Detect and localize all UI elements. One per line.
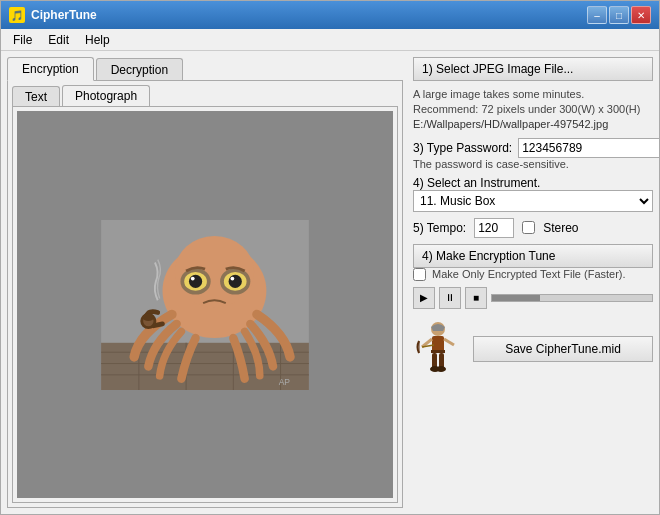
encrypt-only-row: Make Only Encrypted Text File (Faster). [413,268,653,281]
password-row: 3) Type Password: [413,138,653,158]
info-line1: A large image takes some minutes. [413,87,653,102]
svg-point-18 [231,276,235,280]
stereo-label: Stereo [543,221,578,235]
svg-rect-23 [432,336,444,352]
window-controls: – □ ✕ [587,6,651,24]
password-input[interactable] [518,138,659,158]
tab-encryption[interactable]: Encryption [7,57,94,81]
encrypt-only-checkbox[interactable] [413,268,426,281]
menu-help[interactable]: Help [77,31,118,49]
warrior-svg [414,319,462,379]
svg-text:AP: AP [279,377,291,387]
close-button[interactable]: ✕ [631,6,651,24]
right-panel: 1) Select JPEG Image File... A large ima… [403,57,653,508]
inner-tab-photograph[interactable]: Photograph [62,85,150,107]
svg-point-20 [143,313,154,321]
photo-content: AP [12,106,398,503]
playback-controls: ▶ ⏸ ■ [413,287,653,309]
stereo-checkbox[interactable] [522,221,535,234]
svg-point-17 [191,276,195,280]
title-bar-left: 🎵 CipherTune [9,7,97,23]
outer-tab-row: Encryption Decryption [7,57,403,81]
svg-line-28 [444,339,454,345]
make-tune-section: 4) Make Encryption Tune Make Only Encryp… [413,244,653,281]
instrument-select[interactable]: 1. Acoustic Piano 2. Electric Piano 3. O… [413,190,653,212]
svg-rect-24 [431,350,445,353]
window-title: CipherTune [31,8,97,22]
progress-fill [492,295,540,301]
main-content: Encryption Decryption Text Photograph [1,51,659,514]
password-label: 3) Type Password: [413,141,512,155]
tempo-input[interactable] [474,218,514,238]
case-sensitive-text: The password is case-sensitive. [413,158,653,170]
tempo-section: 5) Tempo: Stereo [413,218,653,238]
stop-button[interactable]: ■ [465,287,487,309]
save-button[interactable]: Save CipherTune.mid [473,336,653,362]
left-panel: Encryption Decryption Text Photograph [7,57,403,508]
progress-bar[interactable] [491,294,653,302]
photo-display: AP [17,111,393,498]
maximize-button[interactable]: □ [609,6,629,24]
instrument-section: 4) Select an Instrument. 1. Acoustic Pia… [413,176,653,212]
svg-point-16 [229,274,242,287]
svg-point-15 [189,274,202,287]
inner-tab-row: Text Photograph [12,85,398,107]
warrior-figure [413,319,463,379]
menu-edit[interactable]: Edit [40,31,77,49]
play-button[interactable]: ▶ [413,287,435,309]
tab-decryption[interactable]: Decryption [96,58,183,81]
play-icon: ▶ [420,292,428,303]
select-file-button[interactable]: 1) Select JPEG Image File... [413,57,653,81]
menu-bar: File Edit Help [1,29,659,51]
info-line2: Recommend: 72 pixels under 300(W) x 300(… [413,102,653,117]
minimize-button[interactable]: – [587,6,607,24]
menu-file[interactable]: File [5,31,40,49]
octopus-image: AP [100,220,310,390]
encrypt-only-label: Make Only Encrypted Text File (Faster). [432,268,626,280]
instrument-label: 4) Select an Instrument. [413,176,653,190]
tab-content: Text Photograph [7,80,403,508]
make-tune-button[interactable]: 4) Make Encryption Tune [413,244,653,268]
tempo-label: 5) Tempo: [413,221,466,235]
info-block: A large image takes some minutes. Recomm… [413,87,653,130]
file-path-display: E:/Wallpapers/HD/wallpaper-497542.jpg [413,118,653,130]
inner-tab-text[interactable]: Text [12,86,60,107]
password-section: 3) Type Password: The password is case-s… [413,136,653,170]
outer-tabs: Encryption Decryption Text Photograph [7,57,403,508]
bottom-area: Save CipherTune.mid [413,319,653,379]
pause-icon: ⏸ [445,292,455,303]
app-icon: 🎵 [9,7,25,23]
main-window: 🎵 CipherTune – □ ✕ File Edit Help Encryp… [0,0,660,515]
pause-button[interactable]: ⏸ [439,287,461,309]
stop-icon: ■ [473,292,479,303]
title-bar: 🎵 CipherTune – □ ✕ [1,1,659,29]
svg-point-32 [436,366,446,372]
